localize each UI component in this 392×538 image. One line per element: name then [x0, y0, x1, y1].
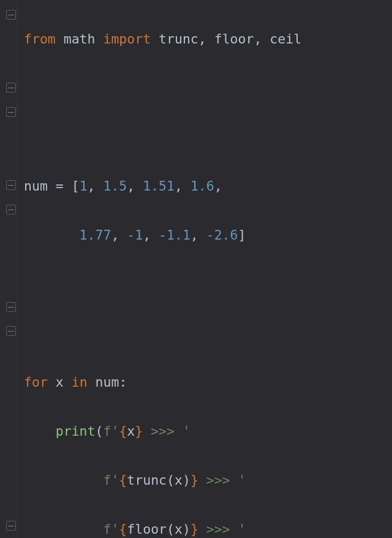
comma: , [111, 227, 127, 243]
ident-trunc: trunc [159, 31, 198, 47]
fstring-expr: trunc(x) [127, 472, 190, 488]
gutter-row [0, 513, 17, 538]
comma: , [143, 227, 159, 243]
gutter-row [0, 27, 17, 51]
code-line: f'{trunc(x)} >>> ' [24, 468, 301, 493]
blank-line [24, 76, 301, 100]
module-math: math [64, 31, 96, 47]
number-literal: 1.6 [190, 178, 214, 194]
gutter-row [0, 197, 17, 222]
open-brace: { [119, 472, 127, 488]
gutter-row [0, 490, 17, 514]
quote: ' [111, 521, 119, 537]
code-line: from math import trunc, floor, ceil [24, 27, 301, 51]
ident-num: num [24, 178, 48, 194]
quote: ' [111, 423, 119, 439]
gutter-row [0, 270, 17, 295]
gutter-row [0, 124, 17, 149]
number-literal: 1 [80, 178, 88, 194]
number-literal: 1.5 [103, 178, 127, 194]
gutter-row [0, 222, 17, 246]
open-brace: { [119, 521, 127, 537]
close-brace: } [190, 521, 198, 537]
fold-icon[interactable] [6, 10, 16, 20]
fold-icon[interactable] [6, 180, 16, 190]
quote: ' [238, 521, 246, 537]
comma: , [190, 227, 206, 243]
number-literal: -1.1 [159, 227, 190, 243]
fstring-prefix: f [103, 472, 111, 488]
ident-x: x [56, 374, 64, 390]
comma: , [175, 178, 190, 194]
fold-icon[interactable] [6, 107, 16, 117]
quote: ' [111, 472, 119, 488]
comma: , [254, 31, 270, 47]
gutter-row [0, 368, 17, 392]
ident-floor: floor [214, 31, 254, 47]
fold-gutter [0, 0, 18, 538]
code-line: for x in num: [24, 370, 301, 395]
code-line: 1.77, -1, -1.1, -2.6] [24, 223, 301, 248]
keyword-in: in [72, 374, 88, 390]
gutter-row [0, 100, 17, 124]
fstring-prefix: f [103, 521, 111, 537]
gutter-row [0, 173, 17, 197]
close-brace: } [190, 472, 198, 488]
code-editor[interactable]: from math import trunc, floor, ceil num … [0, 0, 392, 538]
gutter-row [0, 246, 17, 270]
open-brace: { [119, 423, 127, 439]
fold-icon[interactable] [6, 302, 16, 312]
quote: ' [183, 423, 190, 439]
number-literal: 1.51 [143, 178, 175, 194]
comma: , [127, 178, 143, 194]
close-brace: } [135, 423, 143, 439]
comma: , [88, 178, 104, 194]
ident-ceil: ceil [270, 31, 301, 47]
keyword-from: from [24, 31, 56, 47]
code-area[interactable]: from math import trunc, floor, ceil num … [18, 0, 307, 538]
colon: : [119, 374, 127, 390]
string-literal: >>> [198, 521, 238, 537]
keyword-for: for [24, 374, 48, 390]
fold-icon[interactable] [6, 326, 16, 336]
blank-line [24, 125, 301, 150]
open-bracket: [ [72, 178, 80, 194]
number-literal: -1 [127, 227, 143, 243]
equals: = [48, 178, 72, 194]
gutter-row [0, 75, 17, 100]
fstring-expr: floor(x) [127, 521, 190, 537]
comma: , [214, 178, 222, 194]
call-print: print [56, 423, 96, 439]
gutter-row [0, 51, 17, 75]
gutter-row [0, 392, 17, 417]
open-paren: ( [96, 423, 104, 439]
code-line: print(f'{x} >>> ' [24, 419, 301, 444]
gutter-row [0, 319, 17, 344]
gutter-row [0, 343, 17, 368]
gutter-row [0, 2, 17, 27]
quote: ' [238, 472, 246, 488]
gutter-row [0, 295, 17, 319]
fold-icon[interactable] [6, 521, 16, 531]
string-literal: >>> [143, 423, 183, 439]
number-literal: 1.77 [80, 227, 111, 243]
gutter-row [0, 441, 17, 465]
code-line: num = [1, 1.5, 1.51, 1.6, [24, 174, 301, 199]
comma: , [198, 31, 214, 47]
fold-icon[interactable] [6, 205, 16, 214]
code-line: f'{floor(x)} >>> ' [24, 517, 301, 538]
string-literal: >>> [198, 472, 238, 488]
fstring-expr: x [127, 423, 135, 439]
blank-line [24, 272, 301, 297]
gutter-row [0, 465, 17, 490]
keyword-import: import [103, 31, 151, 47]
fstring-prefix: f [103, 423, 111, 439]
blank-line [24, 321, 301, 346]
gutter-row [0, 148, 17, 173]
close-bracket: ] [238, 227, 246, 243]
fold-icon[interactable] [6, 83, 16, 93]
gutter-row [0, 416, 17, 441]
ident-num: num [96, 374, 119, 390]
number-literal: -2.6 [206, 227, 238, 243]
